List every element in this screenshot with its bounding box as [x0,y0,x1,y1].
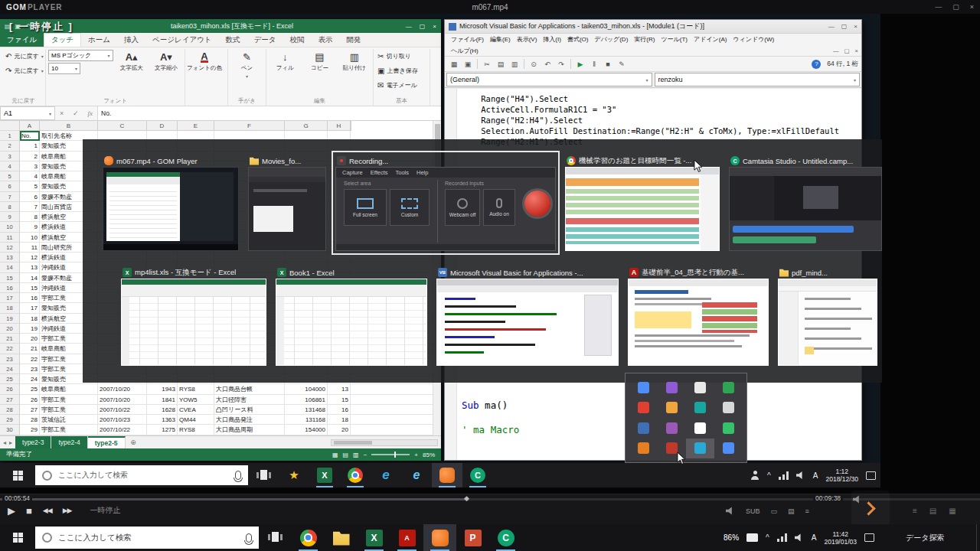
tray-popup-cell[interactable] [629,377,658,398]
show-desktop-button[interactable] [976,524,980,551]
cell[interactable]: 106861 [285,395,328,405]
column-header-B[interactable]: B [40,121,98,131]
tray-popup-cell[interactable] [686,418,714,439]
row-number[interactable]: 24 [0,364,20,374]
cell[interactable]: 20 [20,334,40,344]
row-number[interactable]: 17 [0,293,20,303]
volume-icon[interactable] [796,471,805,480]
row-number[interactable]: 10 [0,222,20,232]
menu-書式(O)[interactable]: 書式(O) [564,35,592,44]
row-number[interactable]: 9 [0,212,20,222]
menu-ウィンドウ(W)[interactable]: ウィンドウ(W) [730,35,777,44]
cell[interactable]: 2 [20,152,40,161]
alt-tab-item[interactable]: CCamtasia Studio - Untitled.camp... [729,155,882,251]
taskbar-app-camtasia[interactable]: C [489,524,522,551]
row-number[interactable]: 2 [0,141,20,151]
cell[interactable]: 2007/10/22 [98,405,147,415]
close-icon[interactable]: × [970,3,974,11]
taskbar-app-task-view[interactable] [259,524,292,551]
cell[interactable]: 15 [328,395,351,405]
people-icon[interactable] [750,471,760,480]
mic-icon[interactable] [235,471,241,480]
font-color-button[interactable]: Aフォントの色 [188,50,221,96]
tray-popup-cell[interactable] [686,377,714,398]
subtitle-button[interactable]: SUB [746,507,760,515]
row-number[interactable]: 16 [0,283,20,293]
tab-数式[interactable]: 数式 [219,33,247,47]
menu-表示(V)[interactable]: 表示(V) [514,35,541,44]
horizontal-scrollbar[interactable] [331,439,438,446]
taskbar-app-camtasia[interactable]: C [462,463,493,487]
enter-icon[interactable]: ✓ [73,109,79,117]
cell[interactable]: 15 [20,283,40,293]
email-button[interactable]: ✉電子メール [376,79,427,92]
cell[interactable]: 1 [20,141,40,151]
cell[interactable]: 凸凹リース料 [214,405,285,415]
custom-button[interactable]: Custom [390,189,430,226]
row-number[interactable]: 30 [0,425,20,435]
formula-input[interactable]: No. [98,106,441,120]
name-box[interactable]: A1▾ [0,106,55,120]
row-number[interactable]: 27 [0,395,20,405]
cell[interactable]: 宇部工業 [40,405,98,415]
view-break-icon[interactable]: ▥ [353,452,359,458]
tab-ホーム[interactable]: ホーム [81,33,117,47]
column-header-A[interactable]: A [20,121,40,131]
cell[interactable]: 19 [20,324,40,334]
panel-menu-icon[interactable]: ≡ [913,507,917,515]
view-layout-icon[interactable]: ▤ [343,452,349,458]
paste-button[interactable]: ▥貼り付け [338,50,371,96]
row-number[interactable]: 7 [0,192,20,202]
next-button[interactable]: ▶▶ [63,506,72,516]
window-thumbnail[interactable] [103,167,239,251]
previous-button[interactable]: ◀◀ [43,506,52,516]
cell[interactable]: RYS8 [178,425,214,435]
cell[interactable]: 13 [328,384,351,394]
cell[interactable]: No. [20,131,40,141]
excel-maximize-icon[interactable]: ▢ [420,23,426,30]
data-explore-label[interactable]: データ探索 [906,524,944,551]
alt-tab-item[interactable]: Xmp4list.xls - 互換モード - Excel [121,266,266,366]
row-number[interactable]: 28 [0,405,20,415]
inner-search-box[interactable]: ここに入力して検索 [35,465,248,485]
row-number[interactable]: 5 [0,171,20,181]
network-icon[interactable] [779,471,789,480]
tab-開発[interactable]: 開発 [340,33,368,47]
taskbar-app-star[interactable]: ★ [279,463,309,487]
notification-icon[interactable] [866,471,876,480]
pen-button[interactable]: ✎ペン▾ [230,50,263,96]
design-mode-icon[interactable]: ✎ [616,58,628,70]
seek-knob[interactable]: ◆ [464,495,469,502]
vba-close-icon[interactable]: × [854,23,858,30]
view-normal-icon[interactable]: ▦ [332,452,338,458]
menu-デバッグ(D)[interactable]: デバッグ(D) [591,35,631,44]
tray-popup-cell[interactable] [714,439,743,459]
zoom-level[interactable]: 85% [423,452,435,458]
recorder-menu-Capture[interactable]: Capture [342,169,363,176]
screen-mode-icon[interactable]: ▭ [771,507,778,515]
row-number[interactable]: 13 [0,253,20,262]
cell[interactable]: RYS8 [178,384,214,394]
undo-button[interactable]: ↶元に戻す▾ [4,50,43,63]
menu-ヘルプ(H)[interactable]: ヘルプ(H) [448,47,482,55]
taskbar-app-chrome[interactable] [292,524,325,551]
video-area[interactable]: ▤ ▣ ↶ ↷ taiken03_mihon.xls [互換モード] - Exc… [0,14,980,494]
cell[interactable]: 大口径障害 [214,395,285,405]
corner-cell[interactable] [0,121,20,131]
zoom-in-button[interactable]: + [414,452,418,458]
taskbar-app-gom[interactable] [432,463,462,487]
tray-popup-cell[interactable] [658,398,686,419]
cell[interactable]: 154000 [285,425,328,435]
cell[interactable]: 2007/10/23 [98,415,147,425]
cell[interactable]: 13 [20,262,40,272]
alt-tab-item[interactable]: VBMicrosoft Visual Basic for Application… [436,266,619,366]
row-number[interactable]: 23 [0,354,20,364]
sheet-nav-left-icon[interactable]: ◂ [3,439,6,446]
fill-button[interactable]: ↓フィル [269,50,301,96]
cell[interactable]: 27 [20,405,40,415]
mdi-restore-icon[interactable]: ▢ [844,47,850,54]
start-button[interactable] [0,524,35,551]
menu-アドイン(A)[interactable]: アドイン(A) [691,35,730,44]
row-number[interactable]: 1 [0,131,20,141]
cell[interactable]: 茨城信託 [40,415,98,425]
